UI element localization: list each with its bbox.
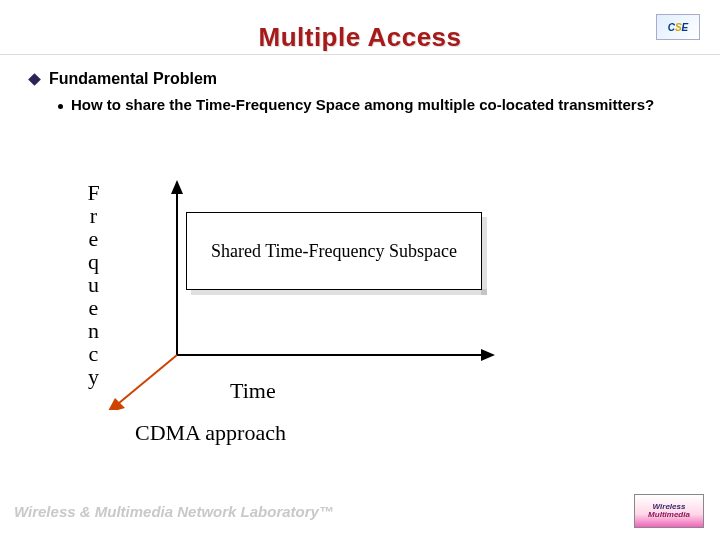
bullet2-text: How to share the Time-Frequency Space am…: [71, 96, 654, 115]
footer-text: Wireless & Multimedia Network Laboratory…: [14, 503, 334, 520]
bullet-level1: Fundamental Problem: [30, 70, 690, 88]
svg-marker-3: [481, 349, 495, 361]
content-area: Fundamental Problem How to share the Tim…: [30, 70, 690, 115]
dot-bullet-icon: [58, 104, 63, 109]
logo-letter-c: C: [668, 22, 675, 33]
wireless-multimedia-logo: Wireless Multimedia: [634, 494, 704, 528]
y-axis-label: Frequency: [80, 180, 106, 387]
bullet1-text: Fundamental Problem: [49, 70, 217, 88]
x-axis-label: Time: [230, 378, 276, 404]
title-separator: [0, 54, 720, 55]
slide-title: Multiple Access: [0, 22, 720, 53]
approach-label: CDMA approach: [135, 420, 286, 446]
shared-subspace-box: Shared Time-Frequency Subspace: [186, 212, 482, 290]
cse-logo: C S E: [656, 14, 700, 40]
logo-letter-e: E: [682, 22, 689, 33]
bullet-level2: How to share the Time-Frequency Space am…: [58, 96, 690, 115]
svg-marker-1: [171, 180, 183, 194]
logo-bottom-line2: Multimedia: [648, 511, 690, 519]
shared-box-text: Shared Time-Frequency Subspace: [211, 241, 457, 262]
diamond-bullet-icon: [28, 73, 41, 86]
logo-letter-s: S: [675, 22, 682, 33]
svg-line-4: [113, 355, 177, 408]
